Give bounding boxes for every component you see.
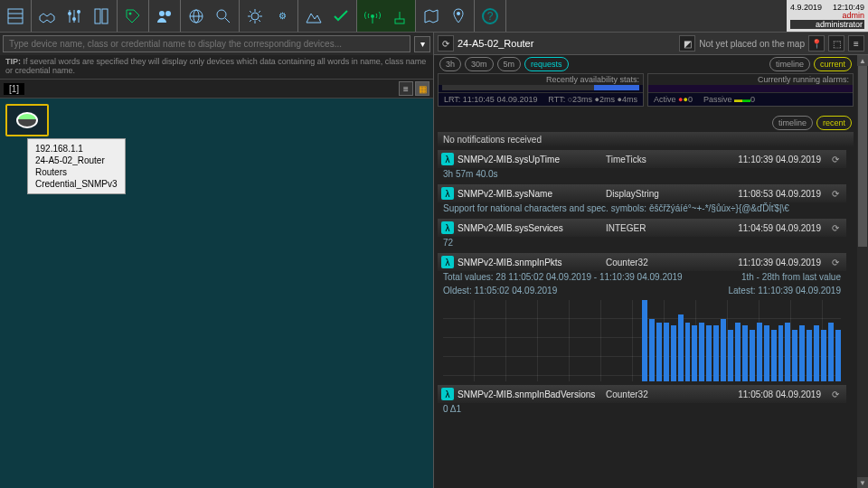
toolbar-tag-icon[interactable] bbox=[119, 3, 146, 30]
alarms-chart: Currently running alarms: Active ●●0 Pas… bbox=[647, 73, 854, 107]
user-info-box[interactable]: 4.9.2019 12:10:49 admin administrator bbox=[787, 0, 868, 32]
locate-icon[interactable]: ◩ bbox=[679, 35, 695, 52]
toolbar-sliders-icon[interactable] bbox=[61, 3, 88, 30]
view-list-icon[interactable]: ≡ bbox=[399, 81, 413, 96]
metric-name: SNMPv2-MIB.sysUpTime bbox=[458, 155, 602, 164]
svg-rect-0 bbox=[8, 9, 23, 23]
refresh-icon[interactable]: ⟳ bbox=[828, 186, 843, 201]
header-username: administrator bbox=[790, 20, 864, 29]
toolbar-globe-icon[interactable] bbox=[183, 3, 210, 30]
svg-point-17 bbox=[217, 10, 226, 19]
snmp-inpkts-chart bbox=[443, 300, 841, 381]
svg-point-24 bbox=[457, 12, 460, 15]
svg-rect-10 bbox=[102, 9, 108, 23]
view-grid-icon[interactable]: ▦ bbox=[415, 81, 429, 96]
refresh-icon[interactable]: ⟳ bbox=[438, 35, 454, 52]
current-pill[interactable]: current bbox=[814, 57, 852, 71]
refresh-icon[interactable]: ⟳ bbox=[828, 255, 843, 269]
metric-type: Counter32 bbox=[606, 258, 687, 267]
svg-point-13 bbox=[165, 11, 171, 16]
left-pane: ▾ TIP: If several words are specified th… bbox=[0, 33, 434, 488]
svg-rect-9 bbox=[95, 9, 100, 23]
metric-row: λ SNMPv2-MIB.snmpInBadVersions Counter32… bbox=[438, 385, 846, 417]
device-search-input[interactable] bbox=[3, 35, 410, 52]
toolbar-search-icon[interactable] bbox=[210, 3, 237, 30]
metric-row: λ SNMPv2-MIB.snmpInPkts Counter32 11:10:… bbox=[438, 253, 846, 381]
timeline-pill-2[interactable]: timeline bbox=[772, 116, 813, 130]
toolbar-devices-icon[interactable] bbox=[88, 3, 115, 30]
timeline-pill[interactable]: timeline bbox=[769, 57, 810, 71]
more-icon[interactable]: ≡ bbox=[848, 35, 864, 52]
requests-pill[interactable]: requests bbox=[524, 57, 569, 71]
svg-point-7 bbox=[72, 17, 76, 21]
toolbar-handshake-icon[interactable] bbox=[33, 3, 61, 30]
metric-type: DisplayString bbox=[606, 189, 687, 199]
toolbar-pin-icon[interactable] bbox=[445, 3, 472, 30]
lrt-label: LRT: 11:10:45 04.09.2019 bbox=[444, 95, 537, 104]
lambda-icon: λ bbox=[441, 153, 454, 165]
metric-type: INTEGER bbox=[606, 223, 687, 233]
metrics-list: λ SNMPv2-MIB.sysUpTime TimeTicks 11:10:3… bbox=[438, 147, 857, 488]
lambda-icon: λ bbox=[441, 256, 454, 268]
avail-scrollbar[interactable] bbox=[442, 85, 639, 90]
lambda-icon: λ bbox=[441, 388, 454, 400]
svg-line-18 bbox=[225, 18, 230, 23]
toolbar-users-icon[interactable] bbox=[151, 3, 178, 30]
top-toolbar: ⚙ ? 4.9.2019 12:10:49 admin administrato… bbox=[0, 0, 868, 33]
header-date: 4.9.2019 bbox=[790, 3, 822, 12]
toolbar-antenna-icon[interactable] bbox=[359, 3, 386, 30]
metric-time: 11:10:39 04.09.2019 bbox=[738, 258, 825, 267]
svg-point-8 bbox=[77, 10, 80, 14]
svg-rect-22 bbox=[395, 19, 404, 23]
metric-row: λ SNMPv2-MIB.sysUpTime TimeTicks 11:10:3… bbox=[438, 150, 846, 182]
range-30m-pill[interactable]: 30m bbox=[465, 57, 494, 71]
metric-time: 11:10:39 04.09.2019 bbox=[738, 155, 825, 164]
refresh-icon[interactable]: ⟳ bbox=[828, 221, 843, 235]
pin-icon[interactable]: 📍 bbox=[808, 35, 825, 52]
search-tip: TIP: If several words are specified they… bbox=[0, 55, 433, 79]
range-5m-pill[interactable]: 5m bbox=[497, 57, 522, 71]
right-pane: ⟳ 24-A5-02_Router ◩ Not yet placed on th… bbox=[434, 33, 868, 488]
toolbar-rack-icon[interactable] bbox=[2, 3, 29, 30]
notifications-bar: No notifications received bbox=[438, 132, 854, 147]
metric-row: λ SNMPv2-MIB.sysName DisplayString 11:08… bbox=[438, 184, 846, 216]
range-3h-pill[interactable]: 3h bbox=[439, 57, 461, 71]
device-title: 24-A5-02_Router bbox=[458, 38, 675, 49]
filter-icon[interactable]: ▾ bbox=[414, 36, 430, 52]
toolbar-mountain-icon[interactable] bbox=[300, 3, 327, 30]
svg-point-11 bbox=[129, 12, 132, 14]
router-icon bbox=[16, 112, 38, 128]
rtt-label: RTT: ○23ms ●2ms ●4ms bbox=[548, 95, 637, 104]
lambda-icon: λ bbox=[441, 187, 454, 200]
metric-name: SNMPv2-MIB.sysServices bbox=[458, 223, 602, 233]
metric-name: SNMPv2-MIB.snmpInPkts bbox=[458, 258, 602, 267]
metric-time: 11:05:08 04.09.2019 bbox=[738, 389, 825, 399]
toolbar-help-icon[interactable]: ? bbox=[476, 3, 504, 30]
metric-type: Counter32 bbox=[606, 389, 687, 399]
availability-chart: Recently availability stats: bbox=[438, 73, 644, 107]
header-role: admin bbox=[790, 12, 864, 20]
metric-name: SNMPv2-MIB.snmpInBadVersions bbox=[458, 389, 602, 399]
toolbar-node-icon[interactable] bbox=[386, 3, 413, 30]
map-status-label: Not yet placed on the map bbox=[699, 39, 805, 49]
svg-point-19 bbox=[251, 13, 259, 20]
svg-text:?: ? bbox=[487, 10, 494, 23]
toolbar-gear2-icon[interactable]: ⚙ bbox=[269, 3, 296, 30]
svg-point-12 bbox=[159, 11, 165, 16]
device-tooltip: 192.168.1.1 24-A5-02_Router Routers Cred… bbox=[27, 138, 126, 194]
recent-pill[interactable]: recent bbox=[816, 116, 852, 130]
device-count: [1] bbox=[4, 83, 24, 95]
metric-type: TimeTicks bbox=[606, 155, 687, 164]
svg-point-20 bbox=[371, 14, 374, 18]
refresh-icon[interactable]: ⟳ bbox=[828, 152, 843, 166]
right-scrollbar[interactable]: ▲ ▼ bbox=[857, 55, 868, 488]
device-tile[interactable] bbox=[5, 104, 49, 136]
metric-time: 11:08:53 04.09.2019 bbox=[738, 189, 825, 199]
refresh-icon[interactable]: ⟳ bbox=[828, 387, 843, 401]
toolbar-gear-icon[interactable] bbox=[241, 3, 269, 30]
toolbar-check-icon[interactable] bbox=[327, 3, 354, 30]
svg-point-6 bbox=[68, 12, 71, 15]
opts-icon[interactable]: ⬚ bbox=[828, 35, 844, 52]
toolbar-map-icon[interactable] bbox=[418, 3, 445, 30]
metric-time: 11:04:59 04.09.2019 bbox=[738, 223, 825, 233]
